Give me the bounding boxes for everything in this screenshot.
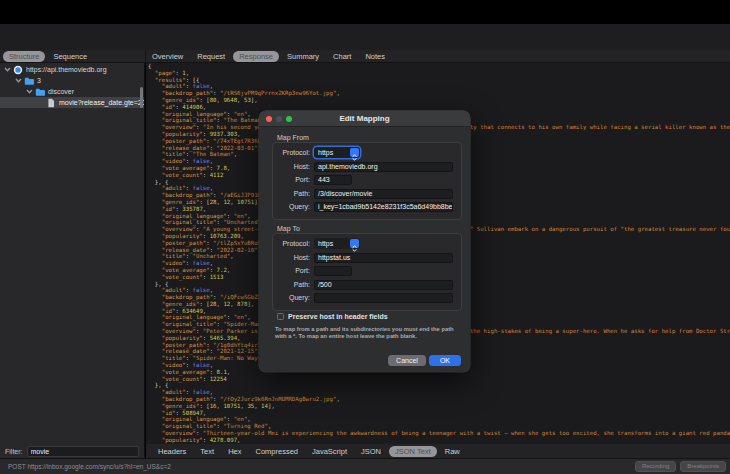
dialog-title-bar[interactable]: Edit Mapping [259,111,470,127]
map-from-query-label: Query: [273,203,310,210]
site-icon [13,65,23,75]
map-to-query-label: Query: [273,294,310,301]
json-line: "id": 508947, [148,410,730,417]
sidebar-scrollbar-thumb[interactable] [140,87,143,108]
filter-input[interactable] [27,446,139,457]
map-to-query-input[interactable] [314,293,453,303]
zoom-button[interactable] [286,116,292,122]
edit-mapping-dialog: Edit Mapping Map From Protocol: https Ho… [259,111,470,372]
map-from-port-label: Port: [273,176,310,183]
filter-label: Filter: [0,448,23,455]
tree-row-movie?release_date.gte=2021&ap[interactable]: movie?release_date.gte=2021&api [0,97,144,108]
window-top-strip [0,0,730,24]
tab-raw[interactable]: Raw [439,446,466,457]
map-to-port-label: Port: [273,267,310,274]
filter-bar: Filter: [0,444,145,458]
chevron-up-down-icon [350,148,359,157]
pane-divider[interactable] [145,50,146,63]
preserve-host-label: Preserve host in header fields [288,313,388,320]
tab-strip: StructureSequence OverviewRequestRespons… [0,50,730,63]
json-line: "vote_count": 12254 [148,376,730,383]
tab-summary[interactable]: Summary [281,51,325,62]
json-line: "genre_ids": [80, 9648, 53], [148,97,730,104]
json-line: "popularity": 4278.097, [148,437,730,444]
chevron-down-icon[interactable] [25,87,34,96]
tab-javascript[interactable]: JavaScript [306,446,353,457]
json-line: }, { [148,382,730,389]
viewer-tabs: OverviewRequestResponseSummaryChartNotes [146,50,393,63]
chevron-down-icon[interactable] [3,65,12,74]
map-to-path-input[interactable]: /500 [314,280,453,290]
map-from-port-input[interactable]: 443 [314,175,352,185]
map-to-group: Protocol: https Host: httpstat.us Port: … [272,233,462,311]
dialog-title: Edit Mapping [339,114,389,123]
tree-row-label: discover [48,88,74,95]
map-from-protocol-label: Protocol: [273,149,310,156]
cancel-button[interactable]: Cancel [388,355,426,366]
bottom-bar: Filter: HeadersTextHexCompressedJavaScri… [0,444,730,458]
request-tree: https://api.themoviedb.org3discovermovie… [0,63,145,444]
tree-row-discover[interactable]: discover [0,86,144,97]
tab-response[interactable]: Response [233,51,279,62]
map-to-section-label: Map To [277,225,300,232]
json-line: "genre_ids": [16, 10751, 35, 14], [148,403,730,410]
map-from-host-input[interactable]: api.themoviedb.org [314,162,453,172]
body-view-tabs: HeadersTextHexCompressedJavaScriptJSONJS… [146,444,730,458]
map-to-protocol-value: https [318,240,333,247]
tab-json-text[interactable]: JSON Text [389,446,437,457]
ok-button[interactable]: OK [429,355,461,366]
tab-chart[interactable]: Chart [327,51,357,62]
json-line: "original_title": "Turning Red", [148,423,730,430]
chevron-up-down-icon [350,239,359,248]
tab-sequence[interactable]: Sequence [47,51,93,62]
close-button[interactable] [266,116,272,122]
breakpoints-status-button[interactable]: Breakpoints [680,461,726,472]
json-line: "adult": false, [148,389,730,396]
tab-notes[interactable]: Notes [359,51,391,62]
map-to-path-label: Path: [273,281,310,288]
recording-status-button[interactable]: Recording [635,461,676,472]
mapping-help-note: To map from a path and its subdirectorie… [275,326,457,339]
json-line: "results": [{ [148,77,730,84]
map-to-port-input[interactable] [314,266,352,276]
tree-row-3[interactable]: 3 [0,75,144,86]
json-line: "page": 1, [148,70,730,77]
tab-json[interactable]: JSON [355,446,387,457]
map-to-host-label: Host: [273,254,310,261]
json-line: "overview": "Thirteen-year-old Mei is ex… [148,430,730,437]
status-url-text: POST https://inbox.google.com/sync/u/s?h… [0,463,171,470]
tab-compressed[interactable]: Compressed [249,446,304,457]
map-from-protocol-select[interactable]: https [314,147,360,158]
map-from-path-label: Path: [273,190,310,197]
tab-structure[interactable]: Structure [3,51,45,62]
tab-overview[interactable]: Overview [146,51,189,62]
chevron-down-icon[interactable] [14,76,23,85]
tree-row-https://api.themoviedb.org[interactable]: https://api.themoviedb.org [0,64,144,75]
tab-request[interactable]: Request [191,51,231,62]
map-from-protocol-value: https [318,149,333,156]
tree-row-label: https://api.themoviedb.org [26,66,107,73]
document-icon [46,98,56,108]
preserve-host-checkbox[interactable] [277,313,284,320]
tab-text[interactable]: Text [194,446,220,457]
status-bar: POST https://inbox.google.com/sync/u/s?h… [0,458,730,474]
json-line: "backdrop_path": "/fOy2Jurz9k6RnJnMUMRDA… [148,396,730,403]
map-from-section-label: Map From [277,134,309,141]
json-line: "backdrop_path": "/tRS6jvPM9qPrrnx2KRp3e… [148,90,730,97]
tree-row-label: 3 [37,77,41,84]
map-to-protocol-select[interactable]: https [314,238,360,249]
tab-headers[interactable]: Headers [152,446,192,457]
map-from-query-input[interactable]: i_key=1cbad9b5142e8231f3c5a6d49bb8be0a [314,202,453,212]
json-line: { [148,63,730,70]
tree-row-label: movie?release_date.gte=2021&api [59,99,144,106]
structure-sequence-tabs: StructureSequence [3,50,95,63]
map-to-host-input[interactable]: httpstat.us [314,253,453,263]
folder-icon [35,87,45,97]
tab-hex[interactable]: Hex [222,446,247,457]
map-to-protocol-label: Protocol: [273,240,310,247]
folder-icon [24,76,34,86]
minimize-button[interactable] [276,116,282,122]
main-toolbar [0,24,730,50]
json-line: "original_language": "en", [148,416,730,423]
map-from-path-input[interactable]: /3/discover/movie [314,189,453,199]
